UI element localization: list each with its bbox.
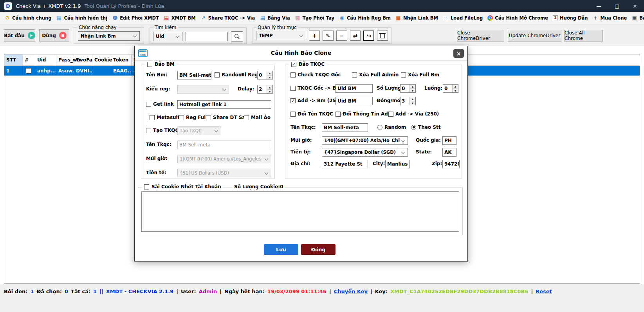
window-icon: ▦	[56, 15, 62, 20]
toolbar-item-bang-via[interactable]: ▤ Bảng Via	[257, 13, 292, 23]
column-header-password[interactable]: Pass_wo	[56, 54, 74, 65]
so-luong-spinner[interactable]: 0 ▲▼	[400, 84, 416, 93]
random-radio-label: Random	[384, 124, 406, 130]
toolbar-item-cau-hinh-reg-bm[interactable]: ◉ Cấu Hình Reg Bm	[337, 13, 393, 23]
city-input[interactable]: Manlius	[385, 160, 410, 168]
tien-te-select[interactable]: {47}Singapore Dollar (SGD)	[322, 148, 408, 157]
start-button[interactable]: Bắt đầu ▶	[4, 29, 35, 41]
bao-tkqc-checkbox[interactable]	[291, 62, 296, 67]
sai-cookie-checkbox[interactable]	[144, 184, 149, 189]
stop-button[interactable]: Dừng ■	[39, 29, 69, 41]
check-tkqc-goc-checkbox[interactable]	[290, 72, 296, 78]
column-header-check[interactable]: #	[23, 54, 35, 65]
mui-gio-bm-select[interactable]: 1|(GMT-07:00) America/Los_Angeles	[177, 155, 271, 163]
folder-delete-button[interactable]	[377, 31, 388, 41]
run-function-select[interactable]: Nhận Link Bm	[78, 31, 140, 41]
chuyen-key-link[interactable]: Chuyển Key	[334, 289, 368, 294]
tkqc-goc-bm-checkbox[interactable]	[290, 86, 296, 91]
mail-ao-checkbox[interactable]	[244, 115, 249, 120]
add-bm-input[interactable]: Uid BM	[336, 97, 373, 105]
update-chromedriver-button[interactable]: Update ChromeDriver	[508, 30, 561, 41]
doi-thong-tin-ads-checkbox[interactable]	[336, 112, 341, 117]
search-button[interactable]	[231, 31, 243, 41]
toolbar-item-edit-phoi-xmdt[interactable]: ☻ Edit Phôi XMDT	[110, 13, 161, 23]
sl-reg-spinner[interactable]: 0 ▲▼	[257, 71, 273, 79]
toolbar-item-bao-clone[interactable]: ▣ Bảo Clone	[629, 13, 644, 23]
add-via-250-checkbox[interactable]	[388, 112, 393, 117]
save-button[interactable]: Lưu	[264, 244, 298, 255]
folder-remove-button[interactable]: −	[336, 31, 347, 41]
random-bm-checkbox[interactable]	[215, 72, 220, 78]
maximize-button[interactable]: □	[608, 0, 626, 12]
column-header-cookie[interactable]: Cookie	[92, 54, 111, 65]
toolbar-item-huong-dan[interactable]: 1 Hướng Dẫn	[550, 13, 590, 23]
minimize-button[interactable]: —	[590, 0, 608, 12]
folder-select[interactable]: TEMP	[256, 31, 306, 40]
toolbar-item-mua-clone[interactable]: + Mua Clone	[590, 13, 630, 23]
reg-full-checkbox[interactable]	[179, 115, 184, 120]
search-type-select[interactable]: Uid	[153, 32, 182, 41]
toolbar-item-tao-phoi-tay[interactable]: ▥ Tạo Phôi Tay	[292, 13, 337, 23]
doi-ten-tkqc-checkbox[interactable]	[290, 112, 296, 117]
tkqc-goc-bm-input[interactable]: Uid BM	[336, 84, 373, 93]
dia-chi-input[interactable]: 312 Fayette St	[322, 160, 368, 168]
zip-input[interactable]: 94720	[442, 160, 460, 168]
toolbar-item-cau-hinh-mo-chrome[interactable]: Cấu Hình Mở Chrome	[485, 13, 550, 23]
toolbar-item-share-tkqc-via[interactable]: ↗ Share TKQC -> Via	[198, 13, 258, 23]
add-bm-250-checkbox[interactable]	[290, 98, 296, 103]
tien-te-bm-select[interactable]: {51}US Dollars (USD)	[177, 169, 271, 177]
window-controls: — □ ×	[590, 0, 644, 12]
kieu-reg-select[interactable]	[177, 85, 229, 94]
share-dt-sau-checkbox[interactable]	[206, 115, 211, 120]
close-window-button[interactable]: ×	[626, 0, 644, 12]
quoc-gia-input[interactable]: PH	[442, 136, 456, 145]
reset-link[interactable]: Reset	[536, 289, 552, 294]
toolbar-item-nhan-link-bm[interactable]: ■ Nhận Link BM	[393, 13, 440, 23]
toolbar-item-cau-hinh-hien-thi[interactable]: ▦ Cấu hình hiển thị	[54, 13, 110, 23]
dong-mo-label: Đóng/mở:	[377, 98, 402, 103]
dong-mo-spinner[interactable]: 3 ▲▼	[400, 97, 416, 105]
toolbar-item-xmdt-bm[interactable]: ▤ XMDT BM	[161, 13, 198, 23]
close-all-chrome-button[interactable]: Close All Chrome	[564, 30, 603, 41]
spinner-arrows[interactable]: ▲▼	[452, 85, 458, 92]
spinner-arrows[interactable]: ▲▼	[267, 71, 272, 79]
folder-refresh-button[interactable]: ⇄	[350, 31, 361, 41]
column-header-twofa[interactable]: TwoFa	[74, 54, 92, 65]
folder-add-button[interactable]: +	[309, 31, 320, 41]
column-header-uid[interactable]: Uid	[35, 54, 56, 65]
cookie-textarea[interactable]	[141, 191, 459, 232]
spinner-arrows[interactable]: ▲▼	[267, 85, 272, 93]
get-link-input[interactable]: Hotmail get link 1	[177, 100, 271, 109]
xoa-full-bm-checkbox[interactable]	[401, 72, 406, 78]
column-header-token[interactable]: Token	[111, 54, 132, 65]
dialog-close-button[interactable]: ×	[453, 49, 464, 58]
spinner-arrows[interactable]: ▲▼	[409, 97, 415, 105]
column-header-stt[interactable]: STT	[4, 54, 23, 65]
refresh-icon: ⇄	[353, 32, 358, 39]
spinner-arrows[interactable]: ▲▼	[409, 85, 415, 92]
search-input[interactable]	[186, 32, 228, 41]
row-checkbox[interactable]	[26, 68, 31, 74]
get-link-checkbox[interactable]	[146, 102, 151, 107]
ten-tkqc-input[interactable]: BM Sell-meta	[322, 123, 368, 132]
folder-edit-button[interactable]: ✎	[323, 31, 334, 41]
folder-export-button[interactable]: ↪	[363, 31, 374, 41]
xoa-full-admin-checkbox[interactable]	[352, 72, 357, 78]
toolbar-item-load-filelog[interactable]: ≡ Load FileLog	[440, 13, 485, 23]
ten-tkqc-bm-input[interactable]: BM Sell-meta	[177, 141, 271, 149]
metasuite-checkbox[interactable]	[150, 115, 155, 120]
tao-tkqc-checkbox[interactable]	[146, 128, 151, 133]
chevron-down-icon	[222, 87, 226, 91]
mui-gio-select[interactable]: 140|(GMT+07:00) Asia/Ho_Chi_Minh	[322, 136, 408, 145]
ten-bm-input[interactable]: BM Sell-meta	[177, 71, 211, 79]
theo-stt-radio[interactable]	[411, 125, 416, 130]
toolbar-item-cau-hinh-chung[interactable]: ⚙ Cấu hình chung	[2, 13, 54, 23]
close-dialog-button[interactable]: Đóng	[301, 244, 336, 255]
bao-bm-checkbox[interactable]	[147, 62, 152, 67]
random-radio[interactable]	[377, 125, 382, 130]
tao-tkqc-select[interactable]: Tạo TKQC	[177, 126, 221, 135]
delay-spinner[interactable]: 2 ▲▼	[257, 85, 273, 94]
close-chromedriver-button[interactable]: Close ChromeDriver	[457, 30, 504, 41]
state-input[interactable]: AK	[442, 148, 456, 157]
luong-spinner[interactable]: 0 ▲▼	[443, 84, 458, 93]
